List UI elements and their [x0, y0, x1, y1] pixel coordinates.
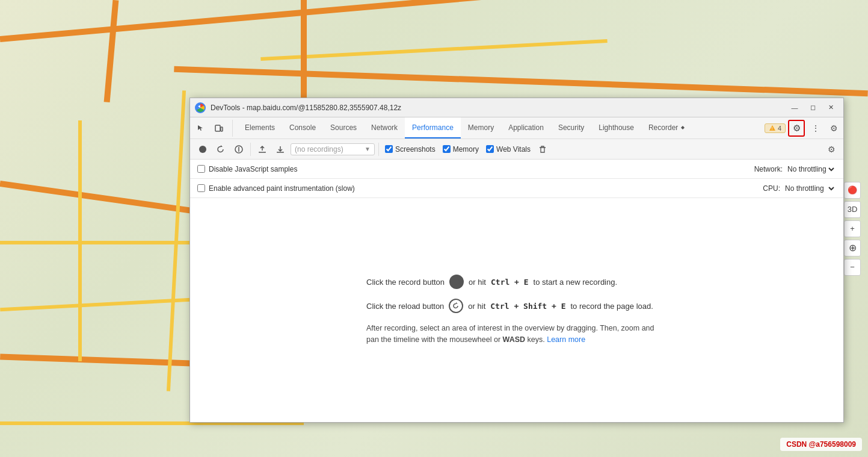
minimize-button[interactable]: — [787, 102, 802, 114]
zoom-circle-button[interactable]: ⊕ [844, 240, 861, 256]
reload-shortcut-or: or hit [468, 302, 485, 311]
no-recordings-text: (no recordings) [295, 145, 343, 154]
learn-more-link[interactable]: Learn more [547, 335, 585, 344]
maximize-button[interactable]: ◻ [805, 102, 820, 114]
titlebar-title: DevTools - map.baidu.com/@11585280.82,35… [211, 104, 787, 112]
tab-lighthouse[interactable]: Lighthouse [591, 117, 641, 138]
zoom-in-button[interactable]: + [844, 220, 861, 237]
tab-performance[interactable]: Performance [405, 117, 461, 138]
titlebar: DevTools - map.baidu.com/@11585280.82,35… [190, 98, 843, 117]
svg-point-10 [454, 279, 460, 285]
wasd-keys: WASD [503, 335, 526, 344]
main-content-area: Click the record button or hit Ctrl + E … [190, 198, 843, 422]
svg-rect-2 [215, 125, 220, 131]
svg-text:!: ! [771, 126, 772, 131]
capture-settings-button[interactable]: ⚙ [824, 142, 839, 157]
tab-console[interactable]: Console [282, 117, 323, 138]
reload-end-text: to record the page load. [571, 302, 653, 311]
delete-recordings-button[interactable] [535, 142, 550, 157]
reload-instruction-text: Click the reload button [366, 302, 444, 311]
record-instruction: Click the record button or hit Ctrl + E … [366, 275, 667, 289]
svg-rect-3 [221, 127, 223, 131]
chrome-icon [195, 102, 206, 113]
record-shortcut-keys: Ctrl + E [491, 278, 529, 287]
reload-shortcut-keys: Ctrl + Shift + E [490, 302, 565, 311]
stop-button[interactable] [231, 141, 247, 157]
screenshots-checkbox[interactable] [385, 145, 393, 153]
map-controls: 🔴 3D + ⊕ − [844, 182, 861, 276]
options-row-2: Enable advanced paint instrumentation (s… [190, 179, 843, 198]
advanced-paint-checkbox[interactable] [197, 184, 205, 192]
reload-record-button[interactable] [213, 141, 229, 157]
svg-point-6 [199, 146, 206, 153]
record-button[interactable] [195, 141, 211, 157]
tab-network[interactable]: Network [364, 117, 405, 138]
dropdown-arrow-icon: ▼ [365, 146, 371, 152]
tab-application[interactable]: Application [501, 117, 551, 138]
3d-button[interactable]: 3D [844, 201, 861, 218]
tab-list: Elements Console Sources Network Perform… [238, 117, 760, 138]
record-shortcut-or: or hit [469, 278, 486, 287]
upload-button[interactable] [254, 141, 270, 157]
tab-recorder[interactable]: Recorder [641, 117, 694, 138]
memory-checkbox-label[interactable]: Memory [443, 145, 479, 154]
web-vitals-checkbox[interactable] [486, 145, 494, 153]
tab-sources[interactable]: Sources [323, 117, 364, 138]
cursor-icon[interactable] [192, 120, 209, 137]
more-options-button[interactable]: ⋮ [807, 120, 824, 137]
tab-security[interactable]: Security [551, 117, 591, 138]
keys-suffix-text: keys. [528, 335, 545, 344]
tab-bar: Elements Console Sources Network Perform… [190, 117, 843, 139]
options-row-1: Disable JavaScript samples Network: No t… [190, 160, 843, 179]
download-button[interactable] [272, 141, 288, 157]
svg-marker-7 [221, 145, 223, 147]
reload-icon-inline [449, 299, 463, 313]
cpu-label: CPU: [763, 184, 780, 193]
throttle-options: Network: No throttling Fast 3G Slow 3G [754, 164, 836, 174]
performance-toolbar: (no recordings) ▼ Screenshots Memory Web… [190, 139, 843, 160]
tab-elements[interactable]: Elements [238, 117, 282, 138]
compass-icon[interactable]: 🔴 [844, 182, 861, 199]
cpu-throttle-area: CPU: No throttling 4x slowdown 6x slowdo… [763, 184, 836, 193]
tab-memory[interactable]: Memory [461, 117, 501, 138]
device-icon[interactable] [211, 120, 227, 137]
cpu-throttle-select[interactable]: No throttling 4x slowdown 6x slowdown [783, 184, 836, 193]
network-throttle: Network: No throttling Fast 3G Slow 3G [754, 164, 836, 174]
settings-button[interactable]: ⚙ [788, 120, 805, 137]
nav-icons [192, 120, 233, 137]
disable-js-checkbox[interactable] [197, 165, 205, 173]
disable-js-label[interactable]: Disable JavaScript samples [197, 165, 297, 173]
screenshots-checkbox-label[interactable]: Screenshots [385, 145, 436, 154]
devtools-window: DevTools - map.baidu.com/@11585280.82,35… [189, 98, 844, 423]
close-button[interactable]: ✕ [823, 102, 839, 114]
titlebar-controls: — ◻ ✕ [787, 102, 839, 114]
record-instruction-text: Click the record button [366, 278, 445, 287]
network-label: Network: [754, 165, 783, 173]
cpu-throttle: CPU: No throttling 4x slowdown 6x slowdo… [763, 184, 836, 193]
after-recording-note: After recording, select an area of inter… [366, 323, 667, 346]
tabbar-right: ! 4 ⚙ ⋮ ⚙ [760, 120, 841, 137]
record-icon-inline [449, 275, 464, 289]
memory-checkbox[interactable] [443, 145, 451, 153]
advanced-paint-label[interactable]: Enable advanced paint instrumentation (s… [197, 184, 355, 193]
instructions-container: Click the record button or hit Ctrl + E … [366, 275, 667, 346]
warnings-badge: ! 4 [765, 123, 786, 133]
reload-instruction: Click the reload button or hit Ctrl + Sh… [366, 299, 667, 313]
recordings-dropdown[interactable]: (no recordings) ▼ [291, 143, 375, 155]
toolbar-separator-2 [378, 143, 379, 156]
devtools-settings-icon[interactable]: ⚙ [826, 121, 841, 135]
svg-marker-11 [456, 302, 458, 304]
web-vitals-checkbox-label[interactable]: Web Vitals [486, 145, 531, 154]
zoom-out-button[interactable]: − [844, 259, 861, 276]
record-end-text: to start a new recording. [534, 278, 617, 287]
network-throttle-select[interactable]: No throttling Fast 3G Slow 3G [785, 164, 836, 174]
toolbar-separator-1 [250, 143, 251, 156]
csdn-badge: CSDN @a756598009 [780, 438, 862, 451]
